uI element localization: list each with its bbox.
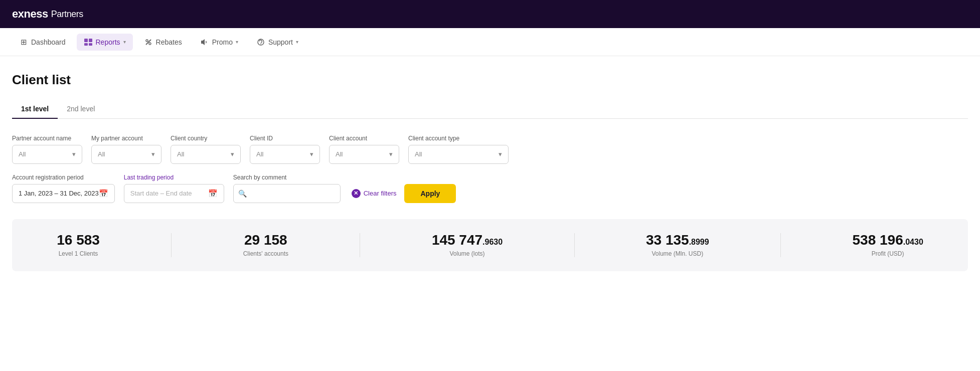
nav-support[interactable]: Support ▾ [249,34,305,51]
svg-rect-0 [84,39,88,42]
stat-volume-mln: 33 135.8999 Volume (Mln. USD) [646,233,709,257]
stat-divider-4 [780,233,781,257]
account-reg-period-value: 1 Jan, 2023 – 31 Dec, 2023 [19,190,99,197]
filter-account-reg-period: Account registration period 1 Jan, 2023 … [12,174,115,203]
client-account-chevron: ▾ [389,150,393,158]
client-country-label: Client country [171,135,241,142]
client-account-type-label: Client account type [408,135,509,142]
logo-exness: exness [12,8,48,21]
main-content: Client list 1st level 2nd level Partner … [0,56,980,371]
account-reg-period-input[interactable]: 1 Jan, 2023 – 31 Dec, 2023 📅 [12,184,115,203]
client-country-chevron: ▾ [231,150,234,158]
client-account-type-chevron: ▾ [499,150,502,158]
svg-line-4 [146,40,151,45]
client-country-value: All [177,150,184,158]
nav-reports[interactable]: Reports ▾ [77,34,133,51]
client-id-chevron: ▾ [310,150,313,158]
page-title: Client list [12,72,968,88]
nav-support-label: Support [268,38,293,46]
account-reg-period-label: Account registration period [12,174,115,181]
nav-dashboard[interactable]: ⊞ Dashboard [12,34,73,51]
client-id-select[interactable]: All ▾ [250,145,320,164]
stat-divider-3 [574,233,575,257]
partner-account-name-select[interactable]: All ▾ [12,145,82,164]
nav-reports-label: Reports [96,38,120,46]
filter-client-id: Client ID All ▾ [250,135,320,164]
svg-rect-1 [89,39,92,42]
search-comment-label: Search by comment [233,174,341,181]
partner-account-name-value: All [19,150,26,158]
client-account-type-select[interactable]: All ▾ [408,145,509,164]
stat-volume-lots: 145 747.9630 Volume (lots) [432,233,503,257]
filter-search-comment: Search by comment 🔍 [233,174,341,203]
nav-rebates-label: Rebates [156,38,182,46]
sub-navbar: ⊞ Dashboard Reports ▾ Rebates Promo ▾ Su… [0,28,980,56]
apply-button[interactable]: Apply [404,184,456,203]
logo-partners: Partners [51,9,83,20]
search-icon: 🔍 [238,190,247,198]
stat-clients-accounts-value: 29 158 [244,233,287,247]
stat-volume-lots-label: Volume (lots) [449,250,484,257]
rebates-icon [144,38,153,47]
stat-divider-1 [171,233,172,257]
nav-rebates[interactable]: Rebates [137,34,189,51]
my-partner-account-label: My partner account [91,135,161,142]
filter-client-account-type: Client account type All ▾ [408,135,509,164]
support-icon [256,38,265,47]
my-partner-account-select[interactable]: All ▾ [91,145,161,164]
support-chevron-icon: ▾ [296,39,298,45]
reports-chevron-icon: ▾ [123,39,126,45]
stat-profit-label: Profit (USD) [872,250,904,257]
stat-level1-clients: 16 583 Level 1 Clients [57,233,100,257]
dashboard-icon: ⊞ [19,38,28,47]
tab-2nd-level[interactable]: 2nd level [58,100,104,119]
partner-account-name-chevron: ▾ [72,150,76,158]
stat-volume-mln-value: 33 135.8999 [646,233,709,247]
stat-divider-2 [360,233,360,257]
filter-client-account: Client account All ▾ [329,135,399,164]
last-trading-period-calendar-icon: 📅 [208,189,218,198]
filter-last-trading-period: Last trading period Start date – End dat… [124,174,224,203]
nav-dashboard-label: Dashboard [31,38,66,46]
partner-account-name-label: Partner account name [12,135,82,142]
client-account-label: Client account [329,135,399,142]
stat-profit-value: 538 196.0430 [853,233,923,247]
stat-level1-clients-label: Level 1 Clients [59,250,98,257]
nav-promo-label: Promo [212,38,233,46]
search-comment-input[interactable] [233,184,341,203]
nav-promo[interactable]: Promo ▾ [193,34,245,51]
search-comment-wrap: 🔍 [233,184,341,203]
logo[interactable]: exness Partners [12,8,83,21]
client-id-label: Client ID [250,135,320,142]
client-id-value: All [256,150,263,158]
clear-filters-button[interactable]: ✕ Clear filters [350,185,399,202]
client-country-select[interactable]: All ▾ [171,145,241,164]
tab-1st-level[interactable]: 1st level [12,100,58,119]
my-partner-account-value: All [98,150,105,158]
clear-filters-label: Clear filters [364,190,397,197]
last-trading-period-input[interactable]: Start date – End date 📅 [124,184,224,203]
svg-point-6 [149,43,151,45]
filter-client-country: Client country All ▾ [171,135,241,164]
promo-chevron-icon: ▾ [236,39,238,45]
stat-volume-mln-label: Volume (Mln. USD) [651,250,703,257]
filter-actions: ✕ Clear filters Apply [350,184,456,203]
filters-row-1: Partner account name All ▾ My partner ac… [12,135,968,164]
clear-icon: ✕ [352,189,361,198]
stats-row: 16 583 Level 1 Clients 29 158 Clients' a… [12,219,968,271]
my-partner-account-chevron: ▾ [151,150,155,158]
top-navbar: exness Partners [0,0,980,28]
last-trading-period-placeholder: Start date – End date [130,190,192,197]
svg-point-8 [260,44,261,45]
promo-icon [200,38,209,47]
filter-my-partner-account: My partner account All ▾ [91,135,161,164]
stat-volume-lots-value: 145 747.9630 [432,233,503,247]
tabs-container: 1st level 2nd level [12,100,968,119]
svg-rect-3 [89,43,92,46]
filter-partner-account-name: Partner account name All ▾ [12,135,82,164]
client-account-value: All [336,150,343,158]
last-trading-period-label: Last trading period [124,174,224,181]
reports-icon [84,38,93,47]
client-account-select[interactable]: All ▾ [329,145,399,164]
filters-row-2: Account registration period 1 Jan, 2023 … [12,174,968,203]
